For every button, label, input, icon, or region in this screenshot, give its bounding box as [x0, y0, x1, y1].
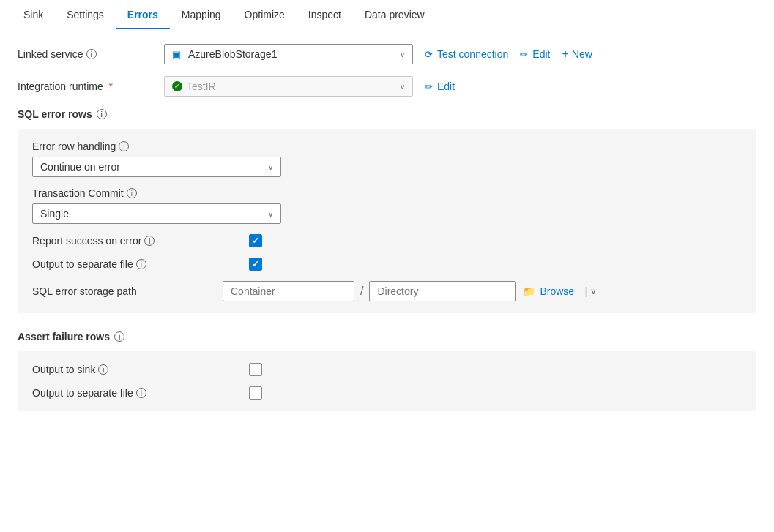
transaction-commit-chevron-icon: ∨ — [268, 210, 273, 218]
assert-output-sink-checkbox[interactable] — [249, 363, 262, 376]
output-separate-file-info-icon[interactable]: i — [136, 259, 146, 269]
required-star: * — [106, 80, 113, 92]
linked-service-label: Linked service i — [18, 48, 164, 60]
assert-output-sink-row: Output to sink i — [32, 363, 742, 376]
linked-service-actions: ⟳ Test connection ✏ Edit + New — [425, 48, 592, 61]
browse-separator: | — [581, 285, 590, 297]
linked-service-row: Linked service i ▣ AzureBlobStorage1 ∨ ⟳… — [18, 44, 756, 64]
sql-error-rows-label: SQL error rows — [18, 108, 92, 120]
assert-failure-rows-header: Assert failure rows i — [18, 331, 756, 342]
report-success-checkbox[interactable] — [249, 234, 262, 247]
error-row-handling-label: Error row handling — [32, 141, 116, 152]
browse-label: Browse — [540, 285, 574, 297]
output-separate-file-row: Output to separate file i — [32, 258, 742, 271]
folder-icon: 📁 — [523, 285, 535, 297]
assert-failure-rows-section: Output to sink i Output to separate file… — [18, 351, 756, 411]
storage-path-label: SQL error storage path — [32, 285, 223, 297]
assert-output-separate-row: Output to separate file i — [32, 386, 742, 400]
integration-runtime-row: Integration runtime * TestIR ∨ ✏ Edit — [18, 76, 756, 97]
browse-button[interactable]: 📁 Browse — [516, 285, 581, 297]
report-success-label: Report success on error — [32, 235, 141, 247]
edit-linked-service-label: Edit — [532, 48, 550, 60]
storage-path-inputs: / 📁 Browse | ∨ — [223, 281, 597, 301]
integration-runtime-dropdown[interactable]: TestIR ∨ — [164, 76, 413, 97]
tab-errors[interactable]: Errors — [116, 0, 170, 29]
new-linked-service-label: New — [572, 48, 592, 60]
assert-output-sink-label: Output to sink — [32, 364, 95, 375]
transaction-commit-info-icon[interactable]: i — [127, 188, 137, 198]
report-success-row: Report success on error i — [32, 234, 742, 247]
assert-output-separate-label: Output to separate file — [32, 387, 133, 399]
transaction-commit-value: Single — [40, 208, 69, 220]
linked-service-info-icon[interactable]: i — [86, 49, 97, 59]
assert-failure-rows-label: Assert failure rows — [18, 331, 110, 342]
edit-integration-runtime-label: Edit — [437, 80, 455, 92]
test-connection-icon: ⟳ — [425, 49, 433, 60]
transaction-commit-label: Transaction Commit — [32, 187, 124, 199]
error-row-handling-chevron-icon: ∨ — [268, 163, 273, 171]
test-connection-label: Test connection — [437, 48, 508, 60]
tab-settings[interactable]: Settings — [55, 0, 116, 29]
sql-error-rows-header: SQL error rows i — [18, 108, 756, 120]
browse-chevron-icon[interactable]: ∨ — [590, 286, 597, 296]
transaction-commit-dropdown[interactable]: Single ∨ — [32, 203, 281, 224]
runtime-status-dot — [172, 81, 182, 91]
linked-service-value: AzureBlobStorage1 — [188, 48, 277, 60]
integration-runtime-label-text: Integration runtime — [18, 80, 103, 92]
storage-path-row: SQL error storage path / 📁 Browse | ∨ — [32, 281, 742, 301]
error-row-handling-dropdown[interactable]: Continue on error ∨ — [32, 157, 281, 177]
integration-runtime-actions: ✏ Edit — [425, 80, 455, 92]
error-row-handling-row: Error row handling i Continue on error ∨ — [32, 141, 742, 177]
integration-runtime-value: TestIR — [187, 80, 216, 92]
storage-path-label-text: SQL error storage path — [32, 285, 137, 297]
tab-mapping[interactable]: Mapping — [170, 0, 233, 29]
tab-sink[interactable]: Sink — [12, 0, 55, 29]
tab-data-preview[interactable]: Data preview — [353, 0, 436, 29]
sql-error-rows-section: Error row handling i Continue on error ∨… — [18, 129, 756, 313]
linked-service-dropdown-value: ▣ AzureBlobStorage1 — [172, 48, 277, 60]
edit-integration-runtime-button[interactable]: ✏ Edit — [425, 80, 455, 92]
report-success-info-icon[interactable]: i — [144, 236, 155, 246]
linked-service-label-text: Linked service — [18, 48, 83, 60]
new-linked-service-button[interactable]: + New — [562, 48, 592, 61]
blob-icon: ▣ — [172, 49, 181, 60]
edit-linked-service-button[interactable]: ✏ Edit — [520, 48, 550, 60]
tab-bar: Sink Settings Errors Mapping Optimize In… — [0, 0, 774, 29]
assert-output-sink-info-icon[interactable]: i — [98, 364, 108, 375]
error-row-handling-info-icon[interactable]: i — [119, 141, 129, 151]
tab-optimize[interactable]: Optimize — [233, 0, 297, 29]
integration-runtime-status: TestIR — [172, 80, 216, 92]
integration-runtime-label: Integration runtime * — [18, 80, 164, 92]
linked-service-dropdown[interactable]: ▣ AzureBlobStorage1 ∨ — [164, 44, 413, 64]
integration-runtime-chevron-icon: ∨ — [400, 83, 405, 91]
edit-pencil-icon: ✏ — [520, 49, 528, 60]
output-separate-file-checkbox[interactable] — [249, 258, 262, 271]
tab-inspect[interactable]: Inspect — [297, 0, 353, 29]
container-input[interactable] — [223, 281, 354, 301]
linked-service-chevron-icon: ∨ — [400, 50, 405, 59]
sql-error-rows-info-icon[interactable]: i — [97, 109, 107, 119]
assert-output-separate-checkbox[interactable] — [249, 386, 262, 400]
content-area: Linked service i ▣ AzureBlobStorage1 ∨ ⟳… — [0, 29, 774, 443]
edit-runtime-pencil-icon: ✏ — [425, 81, 433, 92]
plus-icon: + — [562, 48, 568, 61]
assert-failure-rows-info-icon[interactable]: i — [114, 331, 124, 342]
path-separator: / — [354, 285, 369, 298]
error-row-handling-value: Continue on error — [40, 161, 120, 173]
test-connection-button[interactable]: ⟳ Test connection — [425, 48, 508, 60]
assert-output-separate-info-icon[interactable]: i — [136, 388, 146, 398]
output-separate-file-label: Output to separate file — [32, 258, 133, 270]
directory-input[interactable] — [369, 281, 516, 301]
transaction-commit-row: Transaction Commit i Single ∨ — [32, 187, 742, 224]
